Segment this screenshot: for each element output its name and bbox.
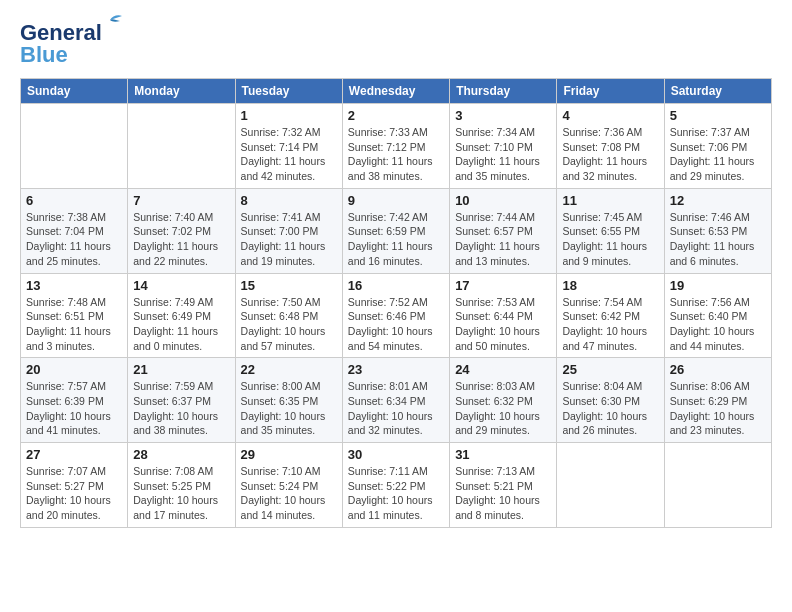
- day-info: Sunrise: 7:42 AMSunset: 6:59 PMDaylight:…: [348, 210, 444, 269]
- day-number: 11: [562, 193, 658, 208]
- day-info: Sunrise: 7:46 AMSunset: 6:53 PMDaylight:…: [670, 210, 766, 269]
- day-number: 17: [455, 278, 551, 293]
- day-cell: 30Sunrise: 7:11 AMSunset: 5:22 PMDayligh…: [342, 443, 449, 528]
- weekday-header-friday: Friday: [557, 79, 664, 104]
- day-number: 9: [348, 193, 444, 208]
- day-info: Sunrise: 8:01 AMSunset: 6:34 PMDaylight:…: [348, 379, 444, 438]
- day-info: Sunrise: 7:32 AMSunset: 7:14 PMDaylight:…: [241, 125, 337, 184]
- day-number: 13: [26, 278, 122, 293]
- day-number: 27: [26, 447, 122, 462]
- day-number: 14: [133, 278, 229, 293]
- weekday-header-saturday: Saturday: [664, 79, 771, 104]
- day-info: Sunrise: 7:44 AMSunset: 6:57 PMDaylight:…: [455, 210, 551, 269]
- day-number: 4: [562, 108, 658, 123]
- day-cell: 20Sunrise: 7:57 AMSunset: 6:39 PMDayligh…: [21, 358, 128, 443]
- weekday-header-row: SundayMondayTuesdayWednesdayThursdayFrid…: [21, 79, 772, 104]
- day-info: Sunrise: 7:34 AMSunset: 7:10 PMDaylight:…: [455, 125, 551, 184]
- day-number: 10: [455, 193, 551, 208]
- day-info: Sunrise: 7:45 AMSunset: 6:55 PMDaylight:…: [562, 210, 658, 269]
- day-cell: 31Sunrise: 7:13 AMSunset: 5:21 PMDayligh…: [450, 443, 557, 528]
- day-cell: 16Sunrise: 7:52 AMSunset: 6:46 PMDayligh…: [342, 273, 449, 358]
- day-info: Sunrise: 7:33 AMSunset: 7:12 PMDaylight:…: [348, 125, 444, 184]
- day-cell: 14Sunrise: 7:49 AMSunset: 6:49 PMDayligh…: [128, 273, 235, 358]
- day-cell: 12Sunrise: 7:46 AMSunset: 6:53 PMDayligh…: [664, 188, 771, 273]
- day-info: Sunrise: 7:40 AMSunset: 7:02 PMDaylight:…: [133, 210, 229, 269]
- day-cell: 24Sunrise: 8:03 AMSunset: 6:32 PMDayligh…: [450, 358, 557, 443]
- day-info: Sunrise: 8:04 AMSunset: 6:30 PMDaylight:…: [562, 379, 658, 438]
- day-info: Sunrise: 7:36 AMSunset: 7:08 PMDaylight:…: [562, 125, 658, 184]
- day-info: Sunrise: 8:03 AMSunset: 6:32 PMDaylight:…: [455, 379, 551, 438]
- weekday-header-thursday: Thursday: [450, 79, 557, 104]
- day-cell: [21, 104, 128, 189]
- day-cell: [128, 104, 235, 189]
- day-cell: 4Sunrise: 7:36 AMSunset: 7:08 PMDaylight…: [557, 104, 664, 189]
- logo: General Blue: [20, 20, 102, 68]
- day-cell: 10Sunrise: 7:44 AMSunset: 6:57 PMDayligh…: [450, 188, 557, 273]
- page-header: General Blue: [20, 20, 772, 68]
- day-info: Sunrise: 7:50 AMSunset: 6:48 PMDaylight:…: [241, 295, 337, 354]
- week-row-5: 27Sunrise: 7:07 AMSunset: 5:27 PMDayligh…: [21, 443, 772, 528]
- day-info: Sunrise: 7:08 AMSunset: 5:25 PMDaylight:…: [133, 464, 229, 523]
- day-cell: 7Sunrise: 7:40 AMSunset: 7:02 PMDaylight…: [128, 188, 235, 273]
- day-cell: 15Sunrise: 7:50 AMSunset: 6:48 PMDayligh…: [235, 273, 342, 358]
- day-info: Sunrise: 7:48 AMSunset: 6:51 PMDaylight:…: [26, 295, 122, 354]
- day-number: 12: [670, 193, 766, 208]
- day-number: 30: [348, 447, 444, 462]
- day-number: 6: [26, 193, 122, 208]
- day-number: 18: [562, 278, 658, 293]
- day-cell: 28Sunrise: 7:08 AMSunset: 5:25 PMDayligh…: [128, 443, 235, 528]
- day-cell: [557, 443, 664, 528]
- day-number: 26: [670, 362, 766, 377]
- day-info: Sunrise: 7:53 AMSunset: 6:44 PMDaylight:…: [455, 295, 551, 354]
- day-cell: 22Sunrise: 8:00 AMSunset: 6:35 PMDayligh…: [235, 358, 342, 443]
- day-number: 16: [348, 278, 444, 293]
- day-info: Sunrise: 7:54 AMSunset: 6:42 PMDaylight:…: [562, 295, 658, 354]
- week-row-3: 13Sunrise: 7:48 AMSunset: 6:51 PMDayligh…: [21, 273, 772, 358]
- day-number: 22: [241, 362, 337, 377]
- logo-general: General: [20, 20, 102, 45]
- day-info: Sunrise: 7:11 AMSunset: 5:22 PMDaylight:…: [348, 464, 444, 523]
- weekday-header-tuesday: Tuesday: [235, 79, 342, 104]
- day-cell: 6Sunrise: 7:38 AMSunset: 7:04 PMDaylight…: [21, 188, 128, 273]
- day-info: Sunrise: 7:38 AMSunset: 7:04 PMDaylight:…: [26, 210, 122, 269]
- day-info: Sunrise: 7:57 AMSunset: 6:39 PMDaylight:…: [26, 379, 122, 438]
- day-number: 7: [133, 193, 229, 208]
- day-cell: 25Sunrise: 8:04 AMSunset: 6:30 PMDayligh…: [557, 358, 664, 443]
- day-cell: 11Sunrise: 7:45 AMSunset: 6:55 PMDayligh…: [557, 188, 664, 273]
- day-cell: 5Sunrise: 7:37 AMSunset: 7:06 PMDaylight…: [664, 104, 771, 189]
- day-cell: 17Sunrise: 7:53 AMSunset: 6:44 PMDayligh…: [450, 273, 557, 358]
- week-row-1: 1Sunrise: 7:32 AMSunset: 7:14 PMDaylight…: [21, 104, 772, 189]
- day-number: 1: [241, 108, 337, 123]
- day-number: 2: [348, 108, 444, 123]
- day-cell: 21Sunrise: 7:59 AMSunset: 6:37 PMDayligh…: [128, 358, 235, 443]
- day-number: 19: [670, 278, 766, 293]
- day-cell: 27Sunrise: 7:07 AMSunset: 5:27 PMDayligh…: [21, 443, 128, 528]
- day-number: 31: [455, 447, 551, 462]
- day-cell: 18Sunrise: 7:54 AMSunset: 6:42 PMDayligh…: [557, 273, 664, 358]
- day-number: 29: [241, 447, 337, 462]
- day-info: Sunrise: 7:13 AMSunset: 5:21 PMDaylight:…: [455, 464, 551, 523]
- day-number: 25: [562, 362, 658, 377]
- day-cell: 2Sunrise: 7:33 AMSunset: 7:12 PMDaylight…: [342, 104, 449, 189]
- week-row-4: 20Sunrise: 7:57 AMSunset: 6:39 PMDayligh…: [21, 358, 772, 443]
- weekday-header-wednesday: Wednesday: [342, 79, 449, 104]
- day-number: 8: [241, 193, 337, 208]
- day-cell: [664, 443, 771, 528]
- day-info: Sunrise: 7:07 AMSunset: 5:27 PMDaylight:…: [26, 464, 122, 523]
- day-info: Sunrise: 7:37 AMSunset: 7:06 PMDaylight:…: [670, 125, 766, 184]
- day-cell: 23Sunrise: 8:01 AMSunset: 6:34 PMDayligh…: [342, 358, 449, 443]
- day-number: 20: [26, 362, 122, 377]
- day-number: 15: [241, 278, 337, 293]
- day-cell: 3Sunrise: 7:34 AMSunset: 7:10 PMDaylight…: [450, 104, 557, 189]
- calendar-table: SundayMondayTuesdayWednesdayThursdayFrid…: [20, 78, 772, 528]
- day-number: 28: [133, 447, 229, 462]
- weekday-header-monday: Monday: [128, 79, 235, 104]
- day-cell: 9Sunrise: 7:42 AMSunset: 6:59 PMDaylight…: [342, 188, 449, 273]
- day-number: 5: [670, 108, 766, 123]
- day-cell: 13Sunrise: 7:48 AMSunset: 6:51 PMDayligh…: [21, 273, 128, 358]
- day-info: Sunrise: 7:59 AMSunset: 6:37 PMDaylight:…: [133, 379, 229, 438]
- day-number: 21: [133, 362, 229, 377]
- day-info: Sunrise: 7:56 AMSunset: 6:40 PMDaylight:…: [670, 295, 766, 354]
- day-cell: 8Sunrise: 7:41 AMSunset: 7:00 PMDaylight…: [235, 188, 342, 273]
- weekday-header-sunday: Sunday: [21, 79, 128, 104]
